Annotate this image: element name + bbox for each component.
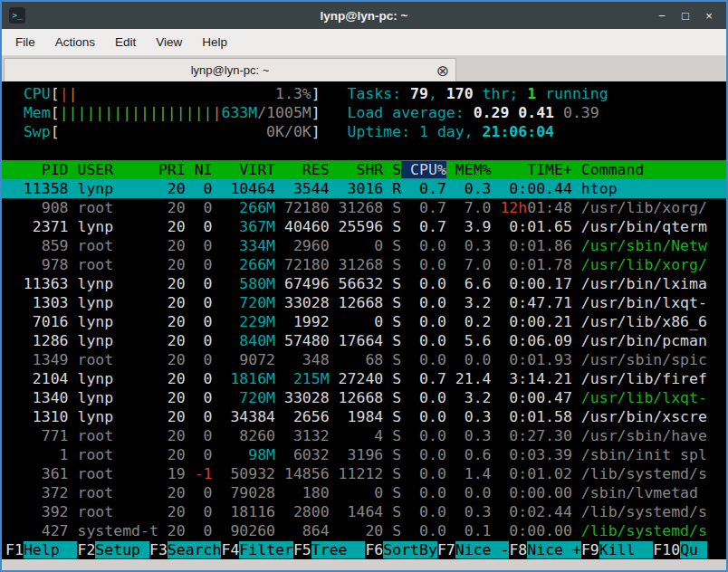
cell-mem: 1.4: [446, 465, 492, 482]
cell-command: htop: [572, 180, 618, 197]
header-cell-time[interactable]: TIME+: [492, 161, 572, 178]
terminal-app-icon[interactable]: >_: [9, 7, 25, 24]
process-row[interactable]: 771 root 20 0 8260 3132 4 S 0.0 0.3 0:27…: [2, 426, 726, 445]
menu-item-view[interactable]: View: [146, 29, 192, 55]
process-row[interactable]: 1286 lynp 20 0 840M 57480 17664 S 0.0 5.…: [2, 331, 726, 350]
cell-cpu: 0.0: [401, 332, 446, 349]
cell-state: S: [383, 218, 401, 235]
cpu-meter: CPU[|| 1.3%] Tasks: 79, 170 thr; 1 runni…: [2, 84, 726, 103]
cell-user: root: [69, 465, 158, 482]
cell-pri: 20: [158, 522, 186, 539]
terminal[interactable]: CPU[|| 1.3%] Tasks: 79, 170 thr; 1 runni…: [2, 81, 726, 559]
cell-ni: 0: [186, 218, 213, 235]
header-cell-res[interactable]: RES: [275, 161, 330, 178]
cell-command: /usr/bin/lxima: [572, 275, 707, 292]
fkey-f6[interactable]: F6SortBy: [365, 541, 436, 558]
cell-pid: 1349: [5, 351, 69, 368]
cell-time: 0:00.47: [492, 389, 572, 406]
process-row[interactable]: 361 root 19 -1 50932 14856 11212 S 0.0 1…: [2, 464, 726, 483]
process-row[interactable]: 1349 root 20 0 9072 348 68 S 0.0 0.0 0:0…: [2, 350, 726, 369]
process-row[interactable]: 859 root 20 0 334M 2960 0 S 0.0 0.3 0:01…: [2, 236, 726, 255]
fkey-f9[interactable]: F9Kill: [581, 541, 653, 558]
fkey-f10[interactable]: F10Qu: [653, 541, 707, 558]
cell-pid: 1340: [5, 389, 69, 406]
cell-state: S: [383, 465, 401, 482]
cell-user: root: [69, 446, 158, 463]
process-row[interactable]: 1340 lynp 20 0 720M 33028 12668 S 0.0 3.…: [2, 388, 726, 407]
maximize-button[interactable]: □: [675, 5, 695, 25]
process-row[interactable]: 2104 lynp 20 0 1816M 215M 27240 S 0.7 21…: [2, 369, 726, 388]
process-row[interactable]: 7016 lynp 20 0 229M 1992 0 S 0.0 0.2 0:0…: [2, 312, 726, 331]
process-row[interactable]: 908 root 20 0 266M 72180 31268 S 0.7 7.0…: [2, 198, 726, 217]
process-row[interactable]: 1303 lynp 20 0 720M 33028 12668 S 0.0 3.…: [2, 293, 726, 312]
process-row[interactable]: 1 root 20 0 98M 6032 3196 S 0.0 0.6 0:03…: [2, 445, 726, 464]
fkey-f8[interactable]: F8Nice +: [509, 541, 580, 558]
header-cell-shr[interactable]: SHR: [330, 161, 384, 178]
cell-state: S: [383, 484, 401, 501]
cell-user: root: [69, 484, 158, 501]
cell-command: /lib/systemd/s: [572, 522, 707, 539]
fkey-action-label: SortBy: [383, 541, 437, 558]
process-row[interactable]: 1310 lynp 20 0 34384 2656 1984 S 0.0 0.3…: [2, 407, 726, 426]
cell-pid: 11358: [5, 180, 69, 197]
cpu-bar: |: [60, 85, 69, 102]
cell-user: root: [69, 351, 158, 368]
cell-state: S: [383, 313, 401, 330]
minimize-button[interactable]: −: [652, 5, 672, 25]
fkey-f7[interactable]: F7Nice -: [437, 541, 509, 558]
process-row[interactable]: 392 root 20 0 18116 2800 1464 S 0.0 0.3 …: [2, 502, 726, 521]
process-row[interactable]: 427 systemd-t 20 0 90260 864 20 S 0.0 0.…: [2, 521, 726, 540]
process-row[interactable]: 372 root 20 0 79028 180 0 S 0.0 0.0 0:00…: [2, 483, 726, 502]
cell-time: 0:01.65: [492, 218, 572, 235]
cell-ni: 0: [186, 484, 213, 501]
titlebar[interactable]: >_ lynp@lyn-pc: ~ − □ ×: [2, 2, 726, 29]
menu-item-edit[interactable]: Edit: [105, 29, 146, 55]
cell-res: 2656: [275, 408, 330, 425]
cell-pid: 978: [5, 256, 69, 273]
cell-shr: 1464: [330, 503, 384, 520]
process-row[interactable]: 978 root 20 0 266M 72180 31268 S 0.0 7.0…: [2, 255, 726, 274]
cell-command: /usr/sbin/have: [572, 427, 707, 444]
header-cell-mem[interactable]: MEM%: [446, 161, 492, 178]
cell-command: /usr/bin/lxqt-: [572, 294, 707, 311]
cell-ni: 0: [186, 237, 213, 254]
fkey-key-label: F1: [5, 541, 24, 558]
fkey-f2[interactable]: F2Setup: [77, 541, 148, 558]
fkey-f3[interactable]: F3Search: [149, 541, 221, 558]
process-row[interactable]: 2371 lynp 20 0 367M 40460 25596 S 0.7 3.…: [2, 217, 726, 236]
cell-res: 2800: [275, 503, 330, 520]
process-row[interactable]: 11358 lynp 20 0 10464 3544 3016 R 0.7 0.…: [2, 179, 726, 198]
menu-item-actions[interactable]: Actions: [45, 29, 105, 55]
menu-item-file[interactable]: File: [5, 29, 45, 55]
header-cell-command[interactable]: Command: [572, 161, 644, 178]
header-cell-user[interactable]: USER: [69, 161, 158, 178]
cell-res: 72180: [275, 256, 330, 273]
header-cell-pid[interactable]: PID: [5, 161, 69, 178]
process-row[interactable]: 11363 lynp 20 0 580M 67496 56632 S 0.0 6…: [2, 274, 726, 293]
cell-cpu: 0.7: [401, 199, 446, 216]
cell-user: lynp: [69, 332, 158, 349]
fkey-f1[interactable]: F1Help: [5, 541, 77, 558]
header-cell-ni[interactable]: NI: [186, 161, 213, 178]
fkey-bar: F1Help F2Setup F3SearchF4FilterF5Tree F6…: [2, 540, 726, 559]
cell-res: 348: [275, 351, 330, 368]
cell-mem: 0.1: [446, 522, 492, 539]
cell-mem: 0.0: [446, 351, 492, 368]
cell-virt: 720M: [213, 389, 276, 406]
terminal-tab[interactable]: lynp@lyn-pc: ~ ⊗: [4, 58, 456, 81]
fkey-f4[interactable]: F4Filter: [221, 541, 292, 558]
cell-shr: 12668: [330, 389, 384, 406]
tab-close-icon[interactable]: ⊗: [436, 62, 449, 78]
fkey-f5[interactable]: F5Tree: [293, 541, 365, 558]
menu-item-help[interactable]: Help: [192, 29, 237, 55]
close-button[interactable]: ×: [699, 5, 719, 25]
cell-virt: 266M: [213, 199, 276, 216]
header-cell-cpu[interactable]: CPU%: [401, 161, 446, 178]
header-cell-virt[interactable]: VIRT: [213, 161, 276, 178]
cell-pid: 1286: [5, 332, 69, 349]
cell-command: /usr/lib/lxqt-: [572, 389, 707, 406]
cell-res: 33028: [275, 389, 330, 406]
cell-pid: 427: [5, 522, 69, 539]
header-cell-pri[interactable]: PRI: [158, 161, 186, 178]
header-cell-state[interactable]: S: [383, 161, 401, 178]
